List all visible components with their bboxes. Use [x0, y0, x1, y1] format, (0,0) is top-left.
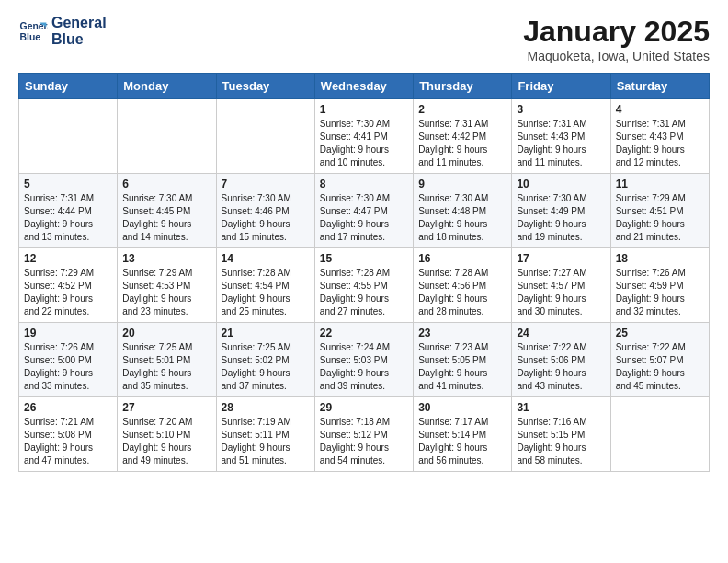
day-number: 31: [517, 401, 605, 414]
calendar-table: SundayMondayTuesdayWednesdayThursdayFrid…: [18, 73, 710, 472]
day-number: 5: [24, 178, 112, 190]
calendar-cell: 30Sunrise: 7:17 AM Sunset: 5:14 PM Dayli…: [414, 397, 512, 472]
day-info: Sunrise: 7:23 AM Sunset: 5:05 PM Dayligh…: [418, 341, 506, 393]
day-info: Sunrise: 7:27 AM Sunset: 4:57 PM Dayligh…: [517, 267, 605, 318]
day-number: 23: [418, 327, 506, 339]
week-row-3: 12Sunrise: 7:29 AM Sunset: 4:52 PM Dayli…: [19, 248, 710, 323]
day-info: Sunrise: 7:29 AM Sunset: 4:51 PM Dayligh…: [616, 192, 704, 244]
calendar-cell: 20Sunrise: 7:25 AM Sunset: 5:01 PM Dayli…: [118, 323, 216, 397]
day-info: Sunrise: 7:26 AM Sunset: 4:59 PM Dayligh…: [616, 267, 704, 318]
day-number: 14: [222, 252, 310, 265]
day-info: Sunrise: 7:26 AM Sunset: 5:00 PM Dayligh…: [24, 341, 112, 393]
day-info: Sunrise: 7:28 AM Sunset: 4:55 PM Dayligh…: [320, 267, 408, 318]
day-number: 20: [122, 327, 210, 339]
logo-line2: Blue: [51, 31, 84, 47]
calendar-cell: 26Sunrise: 7:21 AM Sunset: 5:08 PM Dayli…: [19, 397, 118, 472]
calendar-cell: 10Sunrise: 7:30 AM Sunset: 4:49 PM Dayli…: [512, 174, 610, 248]
day-info: Sunrise: 7:25 AM Sunset: 5:01 PM Dayligh…: [122, 341, 210, 393]
day-info: Sunrise: 7:28 AM Sunset: 4:54 PM Dayligh…: [222, 267, 310, 318]
calendar-cell: 22Sunrise: 7:24 AM Sunset: 5:03 PM Dayli…: [314, 323, 413, 397]
day-info: Sunrise: 7:18 AM Sunset: 5:12 PM Dayligh…: [320, 416, 408, 467]
calendar-cell: 2Sunrise: 7:31 AM Sunset: 4:42 PM Daylig…: [414, 99, 512, 174]
page: General Blue General Blue January 2025 M…: [0, 0, 728, 487]
calendar-header-thursday: Thursday: [414, 74, 512, 99]
calendar-cell: 16Sunrise: 7:28 AM Sunset: 4:56 PM Dayli…: [414, 248, 512, 323]
day-number: 30: [418, 401, 506, 414]
calendar-cell: 11Sunrise: 7:29 AM Sunset: 4:51 PM Dayli…: [610, 174, 709, 248]
header: General Blue General Blue January 2025 M…: [18, 15, 710, 63]
day-number: 7: [222, 178, 310, 190]
calendar-cell: 9Sunrise: 7:30 AM Sunset: 4:48 PM Daylig…: [414, 174, 512, 248]
title-block: January 2025 Maquoketa, Iowa, United Sta…: [523, 15, 710, 63]
calendar-cell: 13Sunrise: 7:29 AM Sunset: 4:53 PM Dayli…: [118, 248, 216, 323]
day-info: Sunrise: 7:30 AM Sunset: 4:48 PM Dayligh…: [418, 192, 506, 244]
day-info: Sunrise: 7:31 AM Sunset: 4:43 PM Dayligh…: [517, 118, 605, 169]
day-info: Sunrise: 7:22 AM Sunset: 5:07 PM Dayligh…: [616, 341, 704, 393]
week-row-5: 26Sunrise: 7:21 AM Sunset: 5:08 PM Dayli…: [19, 397, 710, 472]
logo-icon: General Blue: [18, 17, 48, 46]
day-number: 2: [418, 103, 506, 116]
calendar-cell: [216, 99, 314, 174]
calendar-cell: 1Sunrise: 7:30 AM Sunset: 4:41 PM Daylig…: [314, 99, 413, 174]
day-number: 25: [616, 327, 704, 339]
day-number: 8: [320, 178, 408, 190]
day-number: 18: [616, 252, 704, 265]
day-number: 6: [122, 178, 210, 190]
calendar-cell: 12Sunrise: 7:29 AM Sunset: 4:52 PM Dayli…: [19, 248, 118, 323]
logo: General Blue General Blue: [18, 15, 107, 47]
main-title: January 2025: [523, 15, 710, 49]
day-info: Sunrise: 7:30 AM Sunset: 4:45 PM Dayligh…: [122, 192, 210, 244]
day-number: 4: [616, 103, 704, 116]
day-info: Sunrise: 7:30 AM Sunset: 4:46 PM Dayligh…: [222, 192, 310, 244]
calendar-cell: 14Sunrise: 7:28 AM Sunset: 4:54 PM Dayli…: [216, 248, 314, 323]
week-row-4: 19Sunrise: 7:26 AM Sunset: 5:00 PM Dayli…: [19, 323, 710, 397]
calendar-cell: 15Sunrise: 7:28 AM Sunset: 4:55 PM Dayli…: [314, 248, 413, 323]
day-info: Sunrise: 7:31 AM Sunset: 4:42 PM Dayligh…: [418, 118, 506, 169]
day-number: 22: [320, 327, 408, 339]
calendar-cell: 25Sunrise: 7:22 AM Sunset: 5:07 PM Dayli…: [610, 323, 709, 397]
calendar-cell: 21Sunrise: 7:25 AM Sunset: 5:02 PM Dayli…: [216, 323, 314, 397]
calendar-cell: [118, 99, 216, 174]
day-info: Sunrise: 7:31 AM Sunset: 4:43 PM Dayligh…: [616, 118, 704, 169]
day-number: 29: [320, 401, 408, 414]
calendar-cell: 28Sunrise: 7:19 AM Sunset: 5:11 PM Dayli…: [216, 397, 314, 472]
day-number: 15: [320, 252, 408, 265]
day-info: Sunrise: 7:30 AM Sunset: 4:41 PM Dayligh…: [320, 118, 408, 169]
subtitle: Maquoketa, Iowa, United States: [523, 49, 710, 63]
calendar-cell: 7Sunrise: 7:30 AM Sunset: 4:46 PM Daylig…: [216, 174, 314, 248]
calendar-cell: 3Sunrise: 7:31 AM Sunset: 4:43 PM Daylig…: [512, 99, 610, 174]
calendar-header-saturday: Saturday: [610, 74, 709, 99]
day-number: 13: [122, 252, 210, 265]
calendar-cell: 29Sunrise: 7:18 AM Sunset: 5:12 PM Dayli…: [314, 397, 413, 472]
calendar-header-friday: Friday: [512, 74, 610, 99]
svg-text:Blue: Blue: [20, 31, 41, 41]
week-row-1: 1Sunrise: 7:30 AM Sunset: 4:41 PM Daylig…: [19, 99, 710, 174]
logo-text: General Blue: [51, 15, 107, 47]
day-info: Sunrise: 7:25 AM Sunset: 5:02 PM Dayligh…: [222, 341, 310, 393]
day-number: 19: [24, 327, 112, 339]
calendar-header-tuesday: Tuesday: [216, 74, 314, 99]
day-info: Sunrise: 7:30 AM Sunset: 4:47 PM Dayligh…: [320, 192, 408, 244]
calendar-cell: 4Sunrise: 7:31 AM Sunset: 4:43 PM Daylig…: [610, 99, 709, 174]
calendar-cell: 31Sunrise: 7:16 AM Sunset: 5:15 PM Dayli…: [512, 397, 610, 472]
calendar-header-sunday: Sunday: [19, 74, 118, 99]
day-number: 17: [517, 252, 605, 265]
calendar-cell: 24Sunrise: 7:22 AM Sunset: 5:06 PM Dayli…: [512, 323, 610, 397]
calendar-cell: 27Sunrise: 7:20 AM Sunset: 5:10 PM Dayli…: [118, 397, 216, 472]
day-info: Sunrise: 7:19 AM Sunset: 5:11 PM Dayligh…: [222, 416, 310, 467]
calendar-header-wednesday: Wednesday: [314, 74, 413, 99]
day-number: 3: [517, 103, 605, 116]
day-number: 16: [418, 252, 506, 265]
day-info: Sunrise: 7:29 AM Sunset: 4:53 PM Dayligh…: [122, 267, 210, 318]
day-number: 11: [616, 178, 704, 190]
week-row-2: 5Sunrise: 7:31 AM Sunset: 4:44 PM Daylig…: [19, 174, 710, 248]
day-info: Sunrise: 7:22 AM Sunset: 5:06 PM Dayligh…: [517, 341, 605, 393]
calendar-cell: 6Sunrise: 7:30 AM Sunset: 4:45 PM Daylig…: [118, 174, 216, 248]
day-info: Sunrise: 7:28 AM Sunset: 4:56 PM Dayligh…: [418, 267, 506, 318]
calendar-cell: 17Sunrise: 7:27 AM Sunset: 4:57 PM Dayli…: [512, 248, 610, 323]
day-number: 21: [222, 327, 310, 339]
calendar-cell: [19, 99, 118, 174]
day-number: 12: [24, 252, 112, 265]
calendar-cell: 8Sunrise: 7:30 AM Sunset: 4:47 PM Daylig…: [314, 174, 413, 248]
day-info: Sunrise: 7:30 AM Sunset: 4:49 PM Dayligh…: [517, 192, 605, 244]
